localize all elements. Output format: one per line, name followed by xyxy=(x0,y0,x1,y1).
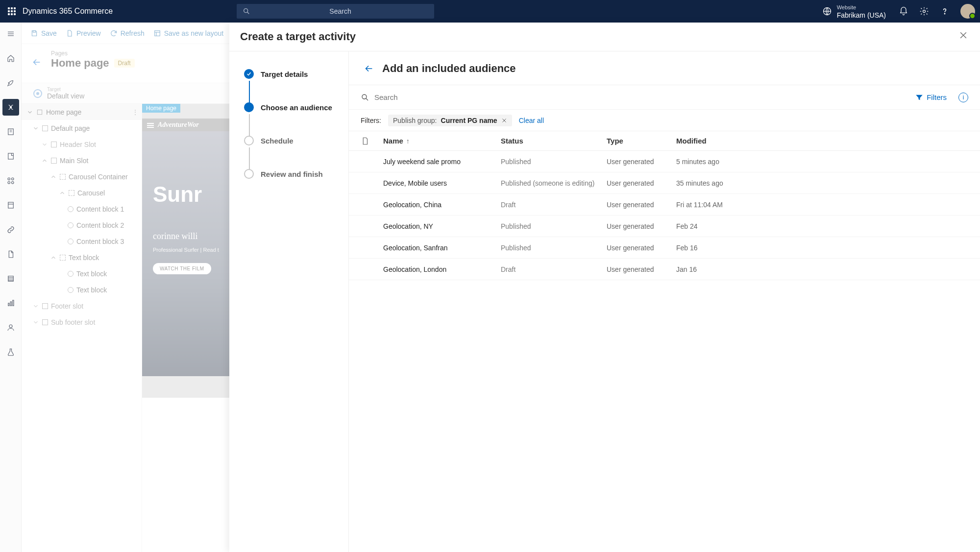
chip-remove-button[interactable] xyxy=(501,118,507,123)
tree-sub-footer-slot[interactable]: Sub footer slot xyxy=(22,314,142,330)
help-button[interactable] xyxy=(940,6,950,16)
svg-point-11 xyxy=(8,178,10,180)
column-icon xyxy=(361,137,383,145)
wizard-stepper: Target details Choose an audience Schedu… xyxy=(229,51,349,552)
cell-status: Published xyxy=(501,244,607,252)
watch-film-button: WATCH THE FILM xyxy=(153,263,211,274)
save-as-layout-button[interactable]: Save as new layout xyxy=(153,29,223,37)
save-as-layout-label: Save as new layout xyxy=(164,29,223,37)
rail-users-button[interactable] xyxy=(2,319,19,336)
waffle-button[interactable] xyxy=(5,4,19,18)
tree-home-page[interactable]: Home page⋮ xyxy=(22,104,142,120)
tree-carousel-container[interactable]: Carousel Container xyxy=(22,168,142,185)
tree-footer-slot[interactable]: Footer slot xyxy=(22,298,142,314)
app-title: Dynamics 365 Commerce xyxy=(23,7,113,16)
cell-name: Device, Mobile users xyxy=(383,179,501,187)
waffle-icon xyxy=(8,7,16,15)
rail-modules-button[interactable] xyxy=(2,172,19,189)
rail-templates-button[interactable] xyxy=(2,197,19,214)
svg-rect-18 xyxy=(10,302,11,306)
step-schedule[interactable]: Schedule xyxy=(229,136,348,169)
svg-line-1 xyxy=(247,12,249,14)
tree-default-page[interactable]: Default page xyxy=(22,120,142,136)
table-row[interactable]: Geolocation, NY Published User generated… xyxy=(349,216,980,237)
canvas-preview: Home page AdventureWor Sunr corinne will… xyxy=(142,104,230,398)
svg-rect-10 xyxy=(8,153,13,159)
svg-point-12 xyxy=(11,178,14,180)
cell-modified: Feb 16 xyxy=(676,244,750,252)
rail-targeting-button[interactable] xyxy=(2,99,19,116)
table-row[interactable]: Geolocation, China Draft User generated … xyxy=(349,194,980,216)
tree-text-block-1[interactable]: Text block xyxy=(22,265,142,282)
audience-panel-title: Add an included audience xyxy=(382,62,516,75)
global-search-placeholder: Search xyxy=(251,7,429,15)
close-button[interactable] xyxy=(958,30,971,43)
settings-button[interactable] xyxy=(919,6,929,16)
save-button[interactable]: Save xyxy=(30,29,57,37)
rail-file-button[interactable] xyxy=(2,246,19,263)
user-avatar[interactable] xyxy=(960,4,975,19)
breadcrumb[interactable]: Pages xyxy=(51,50,135,57)
tree-content-block-1[interactable]: Content block 1 xyxy=(22,201,142,217)
tree-main-slot[interactable]: Main Slot xyxy=(22,152,142,168)
rail-home-button[interactable] xyxy=(2,50,19,67)
rail-launch-button[interactable] xyxy=(2,74,19,91)
clear-all-filters[interactable]: Clear all xyxy=(519,117,544,124)
filters-button[interactable]: Filters xyxy=(915,93,947,102)
tree-carousel[interactable]: Carousel xyxy=(22,185,142,201)
svg-point-8 xyxy=(10,107,11,108)
cell-type: User generated xyxy=(607,179,676,187)
global-search[interactable]: Search xyxy=(237,4,434,19)
audience-back-button[interactable] xyxy=(364,63,374,74)
refresh-button[interactable]: Refresh xyxy=(110,29,145,37)
rail-links-button[interactable] xyxy=(2,221,19,238)
tree-content-block-2[interactable]: Content block 2 xyxy=(22,217,142,233)
bell-icon xyxy=(899,6,908,16)
column-header-modified[interactable]: Modified xyxy=(676,137,750,145)
cell-name: Geolocation, Sanfran xyxy=(383,244,501,252)
tree-content-block-3[interactable]: Content block 3 xyxy=(22,233,142,249)
signature-text: corinne willi xyxy=(153,231,197,241)
tree-text-block-2[interactable]: Text block xyxy=(22,282,142,298)
cell-status: Draft xyxy=(501,265,607,273)
cell-modified: Jan 16 xyxy=(676,265,750,273)
left-nav-rail xyxy=(0,23,22,552)
svg-rect-22 xyxy=(154,30,160,36)
arrow-left-icon xyxy=(31,57,42,68)
svg-line-25 xyxy=(366,98,368,100)
back-button[interactable] xyxy=(31,57,44,70)
column-header-status[interactable]: Status xyxy=(501,137,607,145)
tree-header-slot[interactable]: Header Slot xyxy=(22,136,142,152)
arrow-left-icon xyxy=(364,63,374,74)
brand-logo: AdventureWor xyxy=(158,121,199,129)
step-review-finish[interactable]: Review and finish xyxy=(229,169,348,202)
table-row[interactable]: Geolocation, Sanfran Published User gene… xyxy=(349,237,980,259)
rail-fragments-button[interactable] xyxy=(2,148,19,165)
rail-library-button[interactable] xyxy=(2,270,19,287)
svg-point-3 xyxy=(923,10,926,13)
tree-text-block[interactable]: Text block xyxy=(22,249,142,265)
rail-pages-button[interactable] xyxy=(2,123,19,140)
cell-type: User generated xyxy=(607,265,676,273)
create-target-activity-panel: Create a target activity Target details … xyxy=(229,23,980,552)
info-button[interactable]: i xyxy=(958,93,968,102)
rail-analytics-button[interactable] xyxy=(2,295,19,312)
column-header-name[interactable]: Name↑ xyxy=(383,137,501,145)
table-row[interactable]: July weekend sale promo Published User g… xyxy=(349,151,980,172)
step-target-details[interactable]: Target details xyxy=(229,69,348,102)
outline-tree: Home page⋮ Default page Header Slot Main… xyxy=(22,104,142,552)
audience-search-input[interactable] xyxy=(374,93,472,101)
svg-point-0 xyxy=(244,9,248,13)
flyout-title: Create a target activity xyxy=(240,30,356,43)
more-icon[interactable]: ⋮ xyxy=(132,108,139,116)
table-row[interactable]: Device, Mobile users Published (someone … xyxy=(349,172,980,194)
notifications-button[interactable] xyxy=(899,6,908,16)
rail-menu-button[interactable] xyxy=(2,25,19,42)
step-choose-audience[interactable]: Choose an audience xyxy=(229,102,348,136)
preview-button[interactable]: Preview xyxy=(66,29,101,37)
column-header-type[interactable]: Type xyxy=(607,137,676,145)
table-row[interactable]: Geolocation, London Draft User generated… xyxy=(349,259,980,280)
rail-experiments-button[interactable] xyxy=(2,344,19,360)
website-selector[interactable]: Website Fabrikam (USA) xyxy=(822,3,886,19)
search-icon xyxy=(242,6,251,16)
